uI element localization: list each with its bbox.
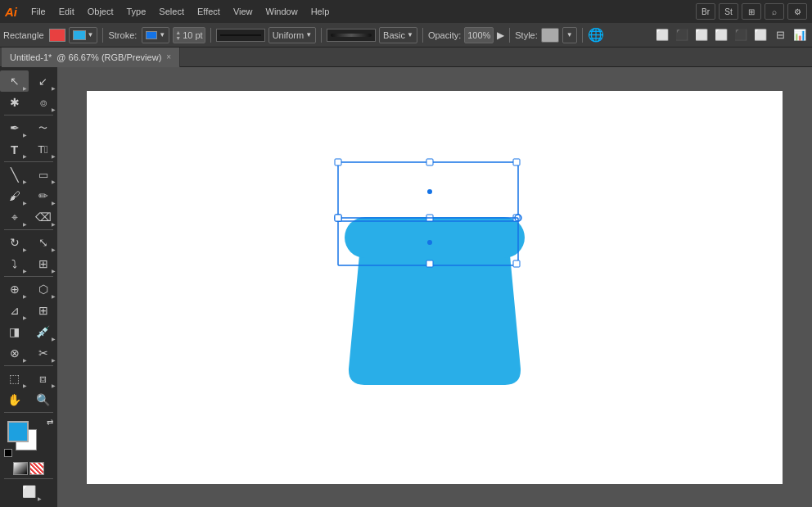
color-swatches: ⇄ xyxy=(4,418,53,457)
free-transform-tool[interactable]: ⊞ ▶ xyxy=(29,253,57,274)
opacity-expand[interactable]: ▶ xyxy=(497,29,504,41)
paintbrush-tool[interactable]: 🖌 ▶ xyxy=(0,185,29,206)
eyedropper-tool[interactable]: 💉 ▶ xyxy=(29,321,57,342)
stroke-line-selector[interactable] xyxy=(216,29,265,42)
menu-bar: Ai File Edit Object Type Select Effect V… xyxy=(0,0,812,23)
stroke-profile-dropdown[interactable]: Uniform ▼ xyxy=(268,27,316,43)
search-icon-btn[interactable]: ⌕ xyxy=(765,3,784,20)
menu-effect[interactable]: Effect xyxy=(192,4,226,19)
sep-5 xyxy=(509,28,510,43)
screen-mode-btn[interactable]: ⬜ ▶ xyxy=(15,481,43,502)
stroke-color-dropdown[interactable]: ▼ xyxy=(142,27,169,43)
align-center-icon[interactable]: ⬛ xyxy=(673,26,691,44)
fill-swatch[interactable] xyxy=(49,29,65,42)
tools-panel: ↖ ▶ ↙ ▶ ✱ ⌾ ▶ ✒ ▶ 〜 xyxy=(0,67,57,507)
stroke-label: Stroke: xyxy=(108,30,137,40)
handle-tl xyxy=(335,159,341,165)
arrange-icons-group: ⬜ ⬛ ⬜ ⬜ ⬛ ⬜ ⊟ 📊 xyxy=(653,26,809,44)
distribute-icon[interactable]: ⊟ xyxy=(771,26,789,44)
eraser-tool[interactable]: ⌫ ▶ xyxy=(29,206,57,228)
fill-color-swatch[interactable] xyxy=(7,421,29,442)
mesh-tool[interactable]: ⊞ xyxy=(29,300,57,321)
scale-tool[interactable]: ⤡ ▶ xyxy=(29,232,57,253)
bucket-handle xyxy=(345,217,525,258)
blend-tool[interactable]: ⊗ ▶ xyxy=(0,342,29,364)
perspective-grid-tool[interactable]: ⊿ ▶ xyxy=(0,300,29,321)
artboard xyxy=(87,91,783,484)
tab-close-button[interactable]: × xyxy=(166,52,171,61)
stroke-caret: ▼ xyxy=(159,31,165,38)
style-label: Style: xyxy=(515,30,538,40)
tab-bar: Untitled-1* @ 66.67% (RGB/Preview) × xyxy=(0,48,812,67)
magic-wand-tool[interactable]: ✱ xyxy=(0,92,29,113)
stroke-value: 10 pt xyxy=(183,30,202,40)
curvature-tool[interactable]: 〜 xyxy=(29,117,57,138)
slice-tool[interactable]: ⧈ ▶ xyxy=(29,368,57,389)
menu-file[interactable]: File xyxy=(25,4,52,19)
variable-width-dropdown[interactable]: Basic ▼ xyxy=(379,27,417,43)
opacity-value[interactable]: 100% xyxy=(464,27,494,43)
globe-icon[interactable]: 🌐 xyxy=(588,27,604,43)
none-mode-btn[interactable] xyxy=(29,462,44,475)
tools-sep-2 xyxy=(4,161,53,162)
style-selector[interactable] xyxy=(541,28,559,43)
rectangle-tool[interactable]: ▭ ▶ xyxy=(29,164,57,185)
selection-tool[interactable]: ↖ ▶ xyxy=(0,70,29,92)
tab-info: @ 66.67% (RGB/Preview) xyxy=(56,52,161,62)
pen-tool[interactable]: ✒ ▶ xyxy=(0,117,29,138)
fill-caret: ▼ xyxy=(88,31,94,38)
workspaces-icon-btn[interactable]: ⊞ xyxy=(742,3,761,20)
menu-object[interactable]: Object xyxy=(82,4,120,19)
document-tab[interactable]: Untitled-1* @ 66.67% (RGB/Preview) × xyxy=(2,48,180,67)
app-logo: Ai xyxy=(5,5,17,19)
type-tool[interactable]: T ▶ xyxy=(0,138,29,160)
shape-builder-tool[interactable]: ⊕ ▶ xyxy=(0,278,29,300)
style-dropdown[interactable]: ▼ xyxy=(562,27,577,43)
menu-help[interactable]: Help xyxy=(305,4,336,19)
tools-sep-4 xyxy=(4,276,53,277)
sep-3 xyxy=(321,28,322,43)
stock-icon-btn[interactable]: St xyxy=(719,3,738,20)
sync-icon-btn[interactable]: ⚙ xyxy=(787,3,807,20)
gradient-mode-btn[interactable] xyxy=(13,462,28,475)
align-bottom-icon[interactable]: ⬜ xyxy=(751,26,769,44)
artboard-tool[interactable]: ⬚ ▶ xyxy=(0,368,29,389)
color-mode-row xyxy=(13,462,44,475)
lasso-tool[interactable]: ⌾ ▶ xyxy=(29,92,57,113)
align-left-icon[interactable]: ⬜ xyxy=(653,26,671,44)
zoom-tool[interactable]: 🔍 xyxy=(29,389,57,410)
scissors-tool[interactable]: ✂ ▶ xyxy=(29,342,57,364)
tools-sep-1 xyxy=(4,115,53,115)
stroke-width-input[interactable]: ▲ ▼ 10 pt xyxy=(173,27,205,43)
chart-icon[interactable]: 📊 xyxy=(791,26,809,44)
menu-view[interactable]: View xyxy=(228,4,259,19)
gradient-tool[interactable]: ◨ xyxy=(0,321,29,342)
line-tool[interactable]: ╲ ▶ xyxy=(0,164,29,185)
bridge-icon-btn[interactable]: Br xyxy=(696,3,715,20)
pencil-tool[interactable]: ✏ ▶ xyxy=(29,185,57,206)
live-paint-tool[interactable]: ⬡ ▶ xyxy=(29,278,57,300)
fill-dropdown[interactable]: ▼ xyxy=(69,27,98,43)
align-middle-icon[interactable]: ⬛ xyxy=(732,26,750,44)
canvas-area[interactable] xyxy=(57,67,812,507)
hand-tool[interactable]: ✋ xyxy=(0,389,29,410)
align-right-icon[interactable]: ⬜ xyxy=(692,26,710,44)
menu-window[interactable]: Window xyxy=(260,4,304,19)
menu-type[interactable]: Type xyxy=(121,4,152,19)
tool-name-label: Rectangle xyxy=(3,30,44,40)
tools-sep-3 xyxy=(4,229,53,230)
warp-tool[interactable]: ⤵ ▶ xyxy=(0,253,29,274)
rotate-tool[interactable]: ↻ ▶ xyxy=(0,232,29,253)
swap-colors-icon[interactable]: ⇄ xyxy=(47,418,53,427)
menu-select[interactable]: Select xyxy=(153,4,190,19)
handle-br2 xyxy=(513,260,520,267)
touch-type-tool[interactable]: T⃝ ▶ xyxy=(29,138,57,160)
align-top-icon[interactable]: ⬜ xyxy=(712,26,730,44)
menu-edit[interactable]: Edit xyxy=(53,4,80,19)
direct-selection-tool[interactable]: ↙ ▶ xyxy=(29,70,57,92)
uniform-label: Uniform xyxy=(273,30,304,40)
reset-colors-icon[interactable] xyxy=(4,449,12,457)
variable-width-selector[interactable] xyxy=(327,29,376,42)
tools-sep-6 xyxy=(4,412,53,413)
shaper-tool[interactable]: ⌖ ▶ xyxy=(0,206,29,228)
